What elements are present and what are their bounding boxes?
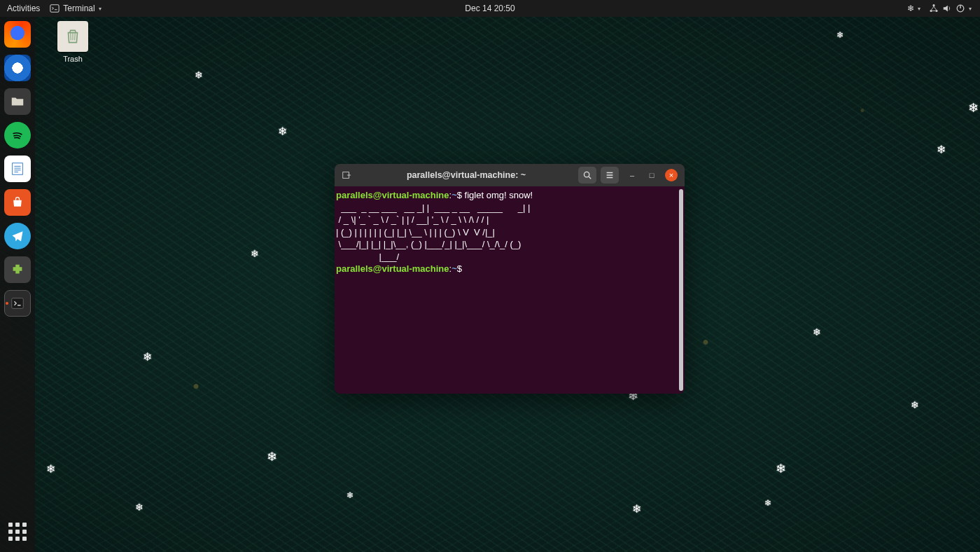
- svg-point-1: [932, 4, 934, 6]
- weather-indicator[interactable]: ❄ ▾: [907, 4, 920, 13]
- menu-button[interactable]: [601, 167, 619, 184]
- maximize-icon: □: [650, 171, 654, 179]
- dock-firefox[interactable]: [4, 21, 31, 48]
- network-icon: [929, 4, 939, 13]
- maximize-button[interactable]: □: [645, 169, 658, 181]
- clock-label: Dec 14 20:50: [465, 4, 514, 13]
- terminal-small-icon: [50, 4, 59, 13]
- titlebar[interactable]: parallels@virtual-machine: ~ – □ ×: [335, 164, 685, 186]
- new-tab-icon: [342, 170, 351, 180]
- search-icon: [582, 170, 592, 180]
- power-icon: [955, 4, 965, 13]
- terminal-output: parallels@virtual-machine:~$ figlet omg!…: [336, 189, 682, 275]
- app-menu[interactable]: Terminal ▾: [50, 4, 101, 13]
- puzzle-icon: [10, 262, 25, 277]
- desktop-trash[interactable]: Trash: [52, 21, 94, 63]
- terminal-window: parallels@virtual-machine: ~ – □ × paral…: [335, 164, 685, 394]
- close-button[interactable]: ×: [665, 169, 678, 181]
- minimize-icon: –: [630, 171, 634, 179]
- dock-extensions[interactable]: [4, 256, 31, 283]
- close-icon: ×: [669, 171, 673, 179]
- folder-icon: [10, 94, 25, 109]
- minimize-button[interactable]: –: [626, 169, 638, 181]
- svg-rect-6: [13, 163, 23, 175]
- dock-telegram[interactable]: [4, 223, 31, 249]
- terminal-body[interactable]: parallels@virtual-machine:~$ figlet omg!…: [335, 186, 685, 394]
- dock-spotify[interactable]: [4, 122, 31, 149]
- document-icon: [10, 161, 25, 177]
- trash-icon: [64, 27, 82, 46]
- spotify-icon: [10, 128, 24, 142]
- chevron-down-icon: ▾: [99, 6, 102, 12]
- activities-button[interactable]: Activities: [7, 4, 40, 13]
- trash-tile: [57, 21, 88, 52]
- app-menu-label: Terminal: [63, 4, 94, 13]
- svg-point-15: [584, 172, 589, 177]
- terminal-icon: [10, 296, 25, 311]
- scrollbar[interactable]: [679, 189, 683, 391]
- show-applications[interactable]: [7, 521, 28, 542]
- svg-rect-11: [12, 298, 24, 309]
- svg-rect-0: [50, 5, 59, 13]
- activities-label: Activities: [7, 4, 40, 13]
- window-title: parallels@virtual-machine: ~: [358, 170, 574, 180]
- top-bar: Activities Terminal ▾ Dec 14 20:50 ❄ ▾ ▾: [0, 0, 980, 17]
- search-button[interactable]: [578, 167, 596, 184]
- clock[interactable]: Dec 14 20:50: [465, 4, 514, 13]
- telegram-icon: [10, 229, 24, 243]
- hamburger-icon: [605, 170, 615, 180]
- chevron-down-icon: ▾: [918, 6, 920, 12]
- system-menu[interactable]: ▾: [929, 4, 972, 13]
- dock-thunderbird[interactable]: [4, 55, 31, 81]
- running-indicator: [6, 302, 8, 305]
- chevron-down-icon: ▾: [969, 6, 972, 12]
- dock-writer[interactable]: [4, 156, 31, 182]
- svg-point-3: [935, 10, 937, 12]
- bag-icon: [10, 195, 24, 209]
- new-tab-button[interactable]: [339, 167, 354, 183]
- dock: [0, 17, 35, 552]
- snow-icon: ❄: [907, 4, 914, 13]
- dock-files[interactable]: [4, 88, 31, 115]
- volume-icon: [942, 4, 952, 13]
- dock-software[interactable]: [4, 189, 31, 216]
- trash-label: Trash: [52, 55, 94, 63]
- svg-line-16: [589, 177, 591, 179]
- svg-point-2: [930, 10, 932, 12]
